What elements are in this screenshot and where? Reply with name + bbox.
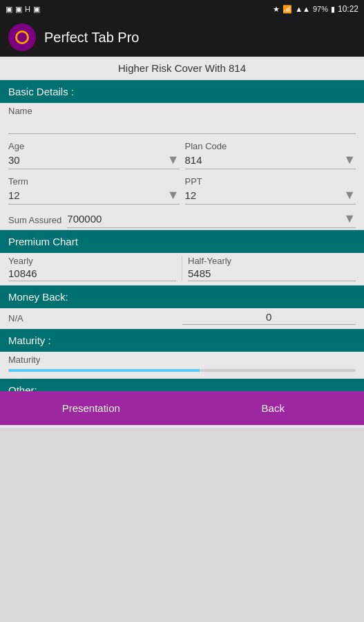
battery-icon: ▮ bbox=[331, 5, 335, 14]
name-label: Name bbox=[8, 106, 356, 116]
yearly-col: Yearly 10846 bbox=[8, 256, 176, 281]
half-yearly-value: 5485 bbox=[188, 267, 356, 279]
plancode-input[interactable] bbox=[185, 153, 344, 167]
presentation-button[interactable]: Presentation bbox=[0, 391, 182, 425]
name-input[interactable] bbox=[8, 117, 356, 132]
age-arrow: ▼ bbox=[167, 153, 180, 167]
page-title-bar: Higher Risk Cover With 814 bbox=[0, 57, 364, 80]
plancode-label: Plan Code bbox=[185, 141, 356, 151]
app-logo-inner bbox=[15, 30, 29, 44]
status-bar-left: ▣ ▣ H ▣ bbox=[6, 5, 40, 14]
bottom-buttons: Presentation Back bbox=[0, 391, 364, 425]
app-bar: Perfect Tab Pro bbox=[0, 18, 364, 57]
basic-details-header: Basic Details : bbox=[0, 80, 364, 103]
age-plancode-row: Age ▼ Plan Code ▼ bbox=[0, 138, 364, 173]
ppt-col: PPT ▼ bbox=[185, 176, 356, 207]
sum-assured-row: Sum Assured 700000 ▼ bbox=[0, 209, 364, 230]
time-display: 10:22 bbox=[338, 4, 358, 14]
ppt-arrow: ▼ bbox=[343, 188, 356, 202]
plancode-input-container: ▼ bbox=[185, 153, 356, 169]
term-input-container: ▼ bbox=[8, 188, 180, 205]
notification-icon-1: ▣ bbox=[6, 5, 12, 14]
age-input-container: ▼ bbox=[8, 153, 180, 169]
yearly-label: Yearly bbox=[8, 256, 176, 266]
page-title: Higher Risk Cover With 814 bbox=[118, 62, 246, 74]
term-col: Term ▼ bbox=[8, 176, 180, 207]
plancode-col: Plan Code ▼ bbox=[185, 141, 356, 172]
status-bar: ▣ ▣ H ▣ ★ 📶 ▲▲ 97% ▮ 10:22 bbox=[0, 0, 364, 18]
signal-icon: ▲▲ bbox=[295, 5, 310, 13]
notification-icon-3: H bbox=[25, 5, 30, 13]
term-arrow: ▼ bbox=[167, 188, 180, 202]
term-input[interactable] bbox=[8, 188, 167, 202]
yearly-value: 10846 bbox=[8, 267, 176, 279]
name-field-row: Name bbox=[0, 103, 364, 138]
sum-assured-input-container: 700000 ▼ bbox=[67, 211, 356, 228]
term-ppt-row: Term ▼ PPT ▼ bbox=[0, 173, 364, 209]
maturity-title: Maturity : bbox=[8, 334, 51, 346]
back-button[interactable]: Back bbox=[182, 391, 365, 425]
name-input-container bbox=[8, 117, 356, 134]
money-back-value: 0 bbox=[182, 311, 356, 323]
half-yearly-value-container: 5485 bbox=[188, 267, 356, 281]
battery-percentage: 97% bbox=[313, 5, 328, 13]
age-label: Age bbox=[8, 141, 180, 151]
maturity-row: Maturity bbox=[0, 352, 364, 376]
age-input[interactable] bbox=[8, 153, 167, 167]
ppt-input-container: ▼ bbox=[185, 188, 356, 205]
money-back-row: N/A 0 bbox=[0, 308, 364, 326]
yearly-value-container: 10846 bbox=[8, 267, 176, 281]
money-back-title: Money Back: bbox=[8, 291, 68, 303]
money-back-na-label: N/A bbox=[8, 313, 182, 323]
sum-assured-value: 700000 bbox=[67, 213, 343, 225]
half-yearly-label: Half-Yearly bbox=[188, 256, 356, 266]
notification-icon-2: ▣ bbox=[15, 5, 22, 14]
app-logo bbox=[8, 23, 36, 51]
plancode-arrow: ▼ bbox=[343, 153, 356, 167]
sum-assured-arrow: ▼ bbox=[343, 211, 356, 226]
basic-details-title: Basic Details : bbox=[8, 86, 74, 97]
ppt-input[interactable] bbox=[185, 188, 344, 202]
maturity-progress-fill bbox=[8, 369, 200, 372]
term-label: Term bbox=[8, 176, 180, 187]
maturity-progress-bar bbox=[8, 369, 356, 372]
maturity-header: Maturity : bbox=[0, 329, 364, 352]
money-back-header: Money Back: bbox=[0, 285, 364, 308]
wifi-icon: 📶 bbox=[282, 5, 292, 14]
notification-icon-4: ▣ bbox=[33, 5, 40, 14]
app-title: Perfect Tab Pro bbox=[44, 30, 139, 46]
premium-chart-row: Yearly 10846 Half-Yearly 5485 bbox=[0, 253, 364, 283]
maturity-label: Maturity bbox=[8, 355, 356, 365]
bluetooth-icon: ★ bbox=[273, 5, 280, 14]
half-yearly-col: Half-Yearly 5485 bbox=[188, 256, 356, 281]
money-back-value-container: 0 bbox=[182, 311, 356, 325]
ppt-label: PPT bbox=[185, 176, 356, 187]
sum-assured-label: Sum Assured bbox=[8, 215, 61, 225]
premium-chart-header: Premium Chart bbox=[0, 230, 364, 253]
premium-col-divider bbox=[182, 256, 182, 281]
premium-chart-title: Premium Chart bbox=[8, 236, 78, 247]
age-col: Age ▼ bbox=[8, 141, 180, 172]
status-bar-right: ★ 📶 ▲▲ 97% ▮ 10:22 bbox=[273, 4, 358, 14]
